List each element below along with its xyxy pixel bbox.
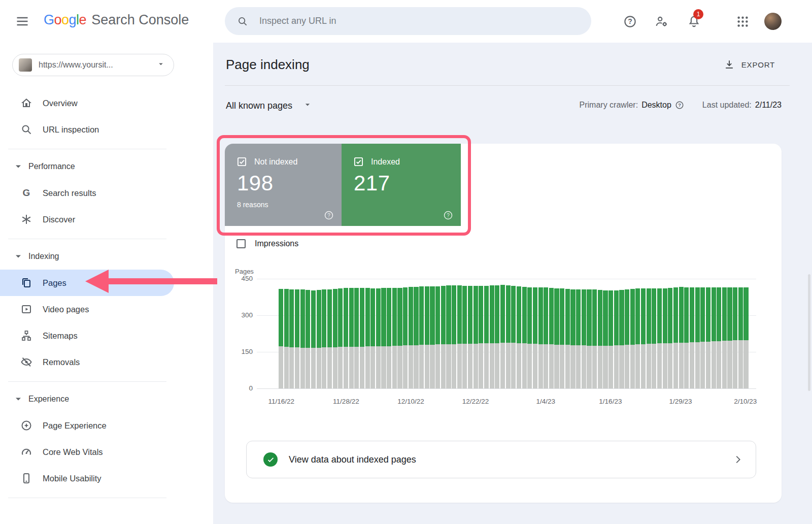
notification-badge[interactable]: 1 — [693, 9, 703, 19]
scrollbar-thumb[interactable] — [808, 274, 810, 391]
section-header-indexing[interactable]: Indexing — [0, 243, 213, 270]
not-indexed-bar-segment — [403, 345, 408, 388]
view-data-label: View data about indexed pages — [289, 454, 416, 465]
sidebar-item-mobile-usability[interactable]: Mobile Usability — [0, 465, 213, 492]
indexed-bar-segment — [279, 289, 283, 346]
bar — [549, 288, 554, 388]
indexed-bar-segment — [479, 286, 483, 343]
not-indexed-bar-segment — [370, 346, 375, 388]
not-indexed-bar-segment — [614, 345, 619, 388]
sidebar-item-core-web-vitals[interactable]: Core Web Vitals — [0, 439, 213, 465]
not-indexed-tile[interactable]: Not indexed 198 8 reasons ? — [225, 144, 342, 226]
export-button[interactable]: EXPORT — [724, 59, 775, 70]
bar — [565, 289, 570, 388]
bar — [544, 287, 548, 388]
indexed-count: 217 — [354, 171, 390, 195]
view-indexed-data-button[interactable]: View data about indexed pages — [246, 441, 756, 478]
sidebar-item-url-inspection[interactable]: URL inspection — [0, 116, 213, 143]
not-indexed-bar-segment — [733, 340, 737, 388]
indexed-bar-segment — [419, 286, 424, 345]
not-indexed-bar-segment — [549, 344, 554, 388]
sidebar-item-pages[interactable]: Pages — [0, 270, 174, 296]
bar — [657, 288, 662, 388]
bar — [468, 286, 472, 388]
sidebar-item-video-pages[interactable]: Video pages — [0, 296, 213, 322]
bar — [647, 288, 651, 388]
impressions-checkbox[interactable]: Impressions — [236, 239, 298, 248]
indexed-bar-segment — [289, 289, 294, 347]
stacked-bars[interactable] — [279, 279, 748, 388]
indexed-bar-segment — [284, 289, 289, 347]
report-meta: Primary crawler: Desktop ? Last updated:… — [580, 101, 782, 110]
not-indexed-bar-segment — [435, 344, 440, 388]
sidebar-item-removals[interactable]: Removals — [0, 349, 213, 375]
not-indexed-bar-segment — [517, 343, 521, 388]
sidebar-item-label: Removals — [43, 357, 80, 367]
not-indexed-bar-segment — [743, 340, 748, 388]
sidebar-item-sitemaps[interactable]: Sitemaps — [0, 322, 213, 349]
not-indexed-bar-segment — [565, 345, 570, 388]
user-avatar[interactable] — [764, 13, 782, 30]
google-search-console-logo[interactable]: Google Search Console — [44, 12, 189, 28]
help-icon[interactable]: ? — [675, 101, 684, 110]
bar — [712, 287, 716, 388]
indexed-bar-segment — [743, 287, 748, 340]
checked-checkbox-icon[interactable] — [237, 157, 247, 167]
bar — [344, 288, 348, 388]
indexed-bar-segment — [322, 289, 326, 348]
indexed-tile[interactable]: Indexed 217 ? — [342, 144, 461, 226]
sidebar-item-label: Video pages — [43, 305, 89, 314]
bar — [338, 288, 343, 388]
not-indexed-bar-segment — [317, 348, 321, 388]
section-header-experience[interactable]: Experience — [0, 386, 213, 412]
indexed-bar-segment — [533, 287, 537, 344]
checked-checkbox-icon[interactable] — [354, 157, 363, 167]
help-button[interactable]: ? — [623, 15, 637, 28]
indexed-bar-segment — [630, 289, 635, 345]
indexed-bar-segment — [538, 287, 543, 344]
bar — [295, 289, 299, 388]
app-title: Search Console — [91, 12, 189, 28]
not-indexed-bar-segment — [473, 344, 478, 388]
indexed-bar-segment — [625, 289, 629, 345]
sidebar-item-page-experience[interactable]: Page Experience — [0, 412, 213, 439]
section-header-performance[interactable]: Performance — [0, 153, 213, 180]
known-pages-filter-dropdown[interactable]: All known pages — [226, 100, 313, 112]
g-icon: G — [20, 187, 32, 199]
not-indexed-bar-segment — [690, 342, 694, 388]
indexed-bar-segment — [712, 287, 716, 342]
indexed-bar-segment — [598, 290, 602, 346]
indexed-bar-segment — [652, 288, 656, 344]
hamburger-menu-icon[interactable] — [15, 14, 29, 28]
indexed-bar-segment — [306, 290, 310, 348]
user-settings-button[interactable] — [655, 15, 668, 28]
collapse-triangle-icon — [15, 163, 21, 170]
help-icon[interactable]: ? — [324, 210, 334, 220]
indexed-bar-segment — [349, 288, 354, 347]
sidebar-divider — [8, 149, 166, 149]
indexed-bar-segment — [457, 285, 462, 344]
not-indexed-bar-segment — [673, 343, 678, 388]
not-indexed-bar-segment — [717, 341, 721, 388]
not-indexed-bar-segment — [279, 346, 283, 388]
svg-text:?: ? — [327, 213, 330, 218]
bar — [403, 287, 408, 388]
help-icon[interactable]: ? — [443, 210, 453, 220]
unchecked-checkbox-icon[interactable] — [236, 239, 246, 248]
header-divider — [225, 85, 790, 86]
core-web-vitals-icon — [20, 446, 32, 458]
not-indexed-bar-segment — [554, 345, 559, 388]
sidebar-item-overview[interactable]: Overview — [0, 90, 213, 116]
sidebar-item-search-results[interactable]: GSearch results — [0, 180, 213, 206]
bar — [554, 288, 559, 388]
indexed-bar-segment — [425, 286, 429, 345]
not-indexed-bar-segment — [284, 347, 289, 388]
bar — [652, 288, 656, 388]
sidebar-item-discover[interactable]: Discover — [0, 206, 213, 233]
status-tiles: Not indexed 198 8 reasons ? Indexed 217 … — [225, 144, 461, 226]
apps-grid-icon[interactable] — [736, 15, 750, 28]
home-icon — [20, 97, 32, 109]
property-selector[interactable]: https://www.yoursit... — [12, 54, 174, 76]
indexed-bar-segment — [592, 289, 597, 345]
url-inspect-searchbar[interactable]: Inspect any URL in — [225, 7, 591, 35]
